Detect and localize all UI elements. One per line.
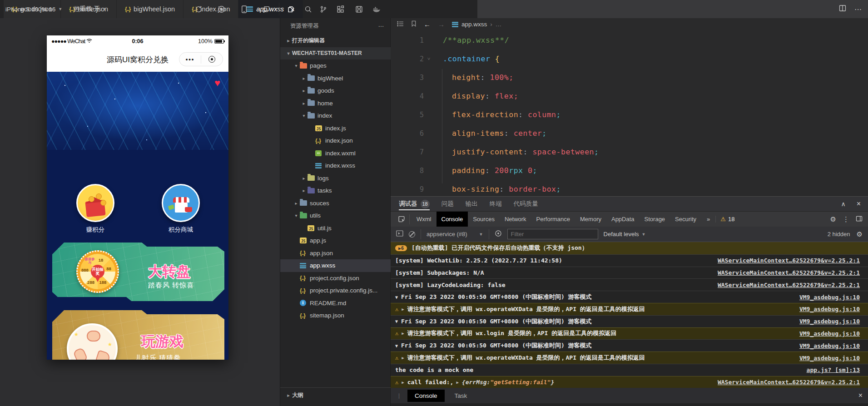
tree-item-index[interactable]: ▾index <box>280 109 391 122</box>
tree-item-app.js[interactable]: JSapp.js <box>280 234 391 247</box>
group-expanded-icon[interactable]: ▼ <box>395 295 398 300</box>
tree-item-logs[interactable]: ▸logs <box>280 172 391 185</box>
console-row[interactable]: ▶6[自动热重载] 已开启代码文件保存后自动热重载（不支持 json） <box>391 242 868 254</box>
devtools-settings-gear-icon[interactable]: ⚙ <box>830 215 836 223</box>
devtools-tab-Storage[interactable]: Storage <box>640 212 670 227</box>
refresh-icon[interactable] <box>191 0 206 18</box>
tree-item-app.wxss[interactable]: app.wxss <box>280 259 391 272</box>
tree-item-sitemap.json[interactable]: {..}sitemap.json <box>280 309 391 322</box>
expand-icon[interactable]: ▶ <box>402 307 404 312</box>
home-target-icon[interactable] <box>201 56 223 63</box>
source-link[interactable]: VM9_asdebug.js:10 <box>790 355 860 361</box>
tree-item-README.md[interactable]: iREADME.md <box>280 297 391 310</box>
panel-tab-输出[interactable]: 输出 <box>466 197 478 211</box>
tree-item-bigWheel[interactable]: ▸bigWheel <box>280 72 391 85</box>
more-actions-icon[interactable]: ⋯ <box>854 5 862 14</box>
menu-dots-icon[interactable]: ••• <box>179 56 201 63</box>
source-link[interactable]: WAServiceMainContext…62522679&v=2.25.2:1 <box>709 269 860 276</box>
tree-item-tasks[interactable]: ▸tasks <box>280 184 391 197</box>
log-levels-selector[interactable]: Default levels ▼ <box>604 231 646 238</box>
devtools-tab-Console[interactable]: Console <box>436 212 468 227</box>
source-link[interactable]: VM9_asdebug.js:10 <box>790 306 860 312</box>
components-grid-icon[interactable] <box>332 0 348 18</box>
source-link[interactable]: VM9_asdebug.js:10 <box>790 330 860 337</box>
footer-close-icon[interactable]: × <box>858 391 863 400</box>
dock-side-icon[interactable] <box>856 215 863 223</box>
inspect-element-icon[interactable] <box>398 215 406 223</box>
source-link[interactable]: VM9_asdebug.js:10 <box>790 294 860 301</box>
warning-count[interactable]: ⚠ 18 <box>715 216 739 223</box>
console-filter-input[interactable] <box>507 229 598 239</box>
devtools-tab-Sources[interactable]: Sources <box>468 212 500 227</box>
more-tabs-icon[interactable]: » <box>701 216 715 223</box>
tree-item-home[interactable]: ▸home <box>280 97 391 110</box>
source-link[interactable]: WAServiceMainContext…62522679&v=2.25.2:1 <box>709 282 860 288</box>
source-link[interactable]: VM9_asdebug.js:10 <box>790 342 860 349</box>
tree-item-打开的编辑器[interactable]: ▸打开的编辑器 <box>280 35 391 47</box>
explorer-files-icon[interactable] <box>283 0 298 18</box>
console-row[interactable]: ⚠▶请注意游客模式下，调用 wx.operateWXData 是受限的，API … <box>391 352 868 364</box>
panel-tab-终端[interactable]: 终端 <box>490 197 502 211</box>
console-row[interactable]: the code is a mock oneapp.js? [sm]:13 <box>391 364 868 376</box>
heart-icon[interactable]: ♥ <box>214 77 220 89</box>
phone-simulator[interactable]: ●●●●● WeChat 0:06 100% 源码UI窝积分兑换 ••• <box>47 35 228 360</box>
big-wheel-card[interactable]: 1888188288888谢谢参与 开始抽奖 大转盘 踏春风 转惊喜 <box>52 243 224 301</box>
tree-item-utils[interactable]: ▾utils <box>280 209 391 222</box>
tree-item-index.js[interactable]: JSindex.js <box>280 122 391 135</box>
tree-item-index.wxss[interactable]: index.wxss <box>280 159 391 172</box>
context-selector[interactable]: appservice (#8) ▼ <box>427 231 483 238</box>
console-row[interactable]: ⚠▶call failed:, ▶{errMsg: "getSetting:fa… <box>391 376 868 388</box>
console-row[interactable]: ⚠▶请注意游客模式下，调用 wx.login 是受限的，API 的返回是工具的模… <box>391 327 868 340</box>
breadcrumb[interactable]: app.wxss › … <box>452 21 501 28</box>
tree-item-souces[interactable]: ▸souces <box>280 197 391 210</box>
console-sidebar-icon[interactable] <box>396 230 403 238</box>
tree-item-project.config.json[interactable]: {..}project.config.json <box>280 272 391 285</box>
outline-section[interactable]: ▸ 大纲 <box>280 387 391 403</box>
collapse-panel-icon[interactable]: ∧ <box>841 200 845 208</box>
wheel-center-button[interactable]: 开始抽奖 <box>91 265 104 278</box>
tree-item-util.js[interactable]: JSutil.js <box>280 222 391 235</box>
code-area[interactable]: 1/**app.wxss**/2˅.container {3height: 10… <box>391 31 868 196</box>
panel-tab-代码质量[interactable]: 代码质量 <box>514 197 538 211</box>
console-row[interactable]: ⚠▶请注意游客模式下，调用 wx.operateWXData 是受限的，API … <box>391 303 868 315</box>
footer-tab-Task[interactable]: Task <box>447 390 475 402</box>
expand-icon[interactable]: ▶ <box>402 356 404 360</box>
bookmark-icon[interactable] <box>411 20 417 28</box>
source-link[interactable]: WAServiceMainContext…62522679&v=2.25.2:1 <box>709 257 860 264</box>
expand-object-icon[interactable]: ▶ <box>456 380 458 385</box>
editor-tab-bigWheel.json[interactable]: {..}bigWheel.json <box>117 0 184 18</box>
console-row[interactable]: ▼Fri Sep 23 2022 00:05:50 GMT+0800 (中国标准… <box>391 315 868 327</box>
split-editor-icon[interactable] <box>839 5 846 14</box>
entry-points-mall[interactable]: 积分商城 <box>154 184 208 234</box>
footer-tab-Console[interactable]: Console <box>407 390 445 402</box>
panel-tab-问题[interactable]: 问题 <box>441 197 454 211</box>
entry-earn-points[interactable]: 赚积分 <box>68 184 123 234</box>
phone-mode-icon[interactable] <box>236 0 252 18</box>
source-link[interactable]: WAServiceMainContext…62522679&v=2.25.2:1 <box>709 379 860 386</box>
record-icon[interactable] <box>213 0 229 18</box>
panel-tab-调试器[interactable]: 调试器18 <box>399 197 430 211</box>
tree-item-app.json[interactable]: {..}app.json <box>280 247 391 260</box>
navigate-back-icon[interactable]: ← <box>424 20 431 28</box>
capsule-button[interactable]: ••• <box>179 52 223 66</box>
search-icon[interactable] <box>300 0 316 18</box>
source-link[interactable]: VM9_asdebug.js:10 <box>790 318 860 325</box>
tree-item-goods[interactable]: ▸goods <box>280 84 391 97</box>
device-selector[interactable]: iPhone 5 100% 16 ▼ <box>5 0 62 18</box>
fold-chevron-icon[interactable]: ˅ <box>424 56 434 62</box>
close-panel-icon[interactable]: × <box>857 200 861 208</box>
console-row[interactable]: [system] LazyCodeLoading: falseWAService… <box>391 278 868 291</box>
live-expression-eye-icon[interactable] <box>495 230 502 238</box>
tree-item-WECHAT-TEST01-MASTER[interactable]: ▾WECHAT-TEST01-MASTER <box>280 47 391 60</box>
tree-item-index.wxml[interactable]: ‹›index.wxml <box>280 147 391 160</box>
group-expanded-icon[interactable]: ▼ <box>395 343 398 348</box>
tree-item-index.json[interactable]: {..}index.json <box>280 134 391 147</box>
docker-whale-icon[interactable] <box>368 0 384 18</box>
save-layout-icon[interactable] <box>351 0 367 18</box>
outline-list-icon[interactable] <box>397 21 404 28</box>
hot-reload-toggle[interactable]: 热重载 开 ▼ <box>74 0 107 18</box>
console-settings-gear-icon[interactable]: ⚙ <box>857 230 863 238</box>
explorer-more-icon[interactable]: ⋯ <box>378 23 385 30</box>
tree-item-pages[interactable]: ▾pages <box>280 59 391 72</box>
play-game-card[interactable]: ★ ★ ▲ 玩游戏 儿时乐 猜猜拳 <box>52 310 224 360</box>
